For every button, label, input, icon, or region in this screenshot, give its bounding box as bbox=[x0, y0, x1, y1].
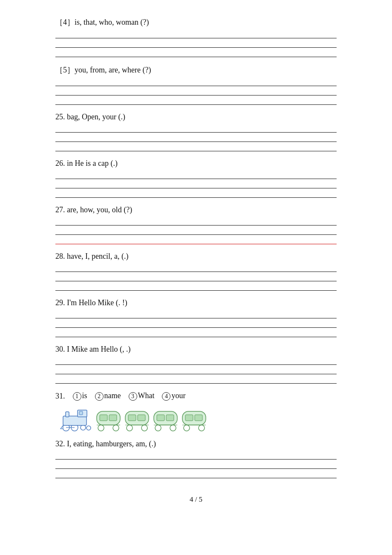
question-5-label: ［5］you, from, are, where (?) bbox=[55, 65, 337, 75]
svg-point-26 bbox=[170, 425, 176, 431]
svg-point-25 bbox=[155, 425, 161, 431]
answer-line bbox=[55, 281, 337, 291]
answer-line bbox=[55, 86, 337, 95]
answer-line bbox=[55, 263, 337, 272]
question-4-label: ［4］is, that, who, woman (?) bbox=[55, 17, 337, 27]
question-29-lines bbox=[55, 309, 337, 337]
train-car-3-icon bbox=[152, 406, 179, 432]
question-25-lines bbox=[55, 123, 337, 151]
q31-item-4: 4your bbox=[162, 391, 185, 401]
question-31-label: 31. bbox=[55, 392, 65, 401]
train-illustration bbox=[60, 404, 337, 432]
question-5-lines bbox=[55, 77, 337, 105]
answer-line-red bbox=[55, 235, 337, 244]
answer-line bbox=[55, 216, 337, 225]
question-32-label: 32. I, eating, hamburgers, am, (.) bbox=[55, 439, 337, 448]
answer-line bbox=[55, 365, 337, 374]
question-4: ［4］is, that, who, woman (?) bbox=[55, 17, 337, 57]
circle-2: 2 bbox=[95, 392, 104, 401]
question-32: 32. I, eating, hamburgers, am, (.) bbox=[55, 439, 337, 478]
svg-rect-12 bbox=[109, 415, 117, 421]
answer-line bbox=[55, 356, 337, 365]
svg-point-20 bbox=[141, 425, 147, 431]
question-30-lines bbox=[55, 356, 337, 384]
answer-line bbox=[55, 460, 337, 469]
question-30-label: 30. I Mike am Hello (, .) bbox=[55, 345, 337, 354]
question-32-lines bbox=[55, 450, 337, 478]
svg-rect-18 bbox=[138, 415, 145, 421]
q31-item-1: 1is bbox=[73, 391, 87, 401]
answer-line bbox=[55, 318, 337, 328]
circle-3: 3 bbox=[129, 392, 137, 401]
answer-line bbox=[55, 374, 337, 384]
question-27: 27. are, how, you, old (?) bbox=[55, 205, 337, 244]
svg-rect-3 bbox=[63, 416, 86, 425]
svg-point-19 bbox=[127, 425, 133, 431]
answer-line bbox=[55, 188, 337, 198]
answer-line bbox=[55, 170, 337, 179]
svg-rect-11 bbox=[100, 415, 107, 421]
question-5: ［5］you, from, are, where (?) bbox=[55, 65, 337, 105]
answer-line bbox=[55, 38, 337, 48]
answer-line bbox=[55, 123, 337, 133]
svg-rect-17 bbox=[128, 415, 136, 421]
page-number: 4 / 5 bbox=[55, 495, 337, 504]
svg-point-13 bbox=[98, 425, 104, 431]
question-26: 26. in He is a cap (.) bbox=[55, 159, 337, 198]
svg-point-9 bbox=[86, 426, 91, 430]
answer-line bbox=[55, 77, 337, 86]
svg-point-32 bbox=[199, 425, 205, 431]
train-car-2-icon bbox=[123, 406, 151, 432]
question-31-row: 31. 1is 2name 3What 4your bbox=[55, 391, 337, 401]
train-car-1-icon bbox=[95, 406, 122, 432]
answer-line bbox=[55, 328, 337, 337]
question-28-label: 28. have, I, pencil, a, (.) bbox=[55, 252, 337, 261]
question-25-label: 25. bag, Open, your (.) bbox=[55, 113, 337, 121]
question-29: 29. I'm Hello Mike (. !) bbox=[55, 298, 337, 337]
answer-line bbox=[55, 225, 337, 235]
answer-line bbox=[55, 29, 337, 38]
question-25: 25. bag, Open, your (.) bbox=[55, 113, 337, 151]
question-30: 30. I Mike am Hello (, .) bbox=[55, 345, 337, 384]
circle-1: 1 bbox=[73, 392, 81, 401]
answer-line bbox=[55, 142, 337, 151]
q31-item-3: 3What bbox=[129, 391, 155, 401]
question-27-label: 27. are, how, you, old (?) bbox=[55, 205, 337, 214]
question-26-label: 26. in He is a cap (.) bbox=[55, 159, 337, 168]
svg-point-2 bbox=[81, 425, 86, 430]
train-engine-icon bbox=[60, 404, 94, 432]
svg-rect-24 bbox=[166, 415, 174, 421]
svg-point-14 bbox=[113, 425, 119, 431]
svg-rect-6 bbox=[66, 412, 69, 417]
answer-line bbox=[55, 179, 337, 188]
answer-line bbox=[55, 133, 337, 142]
svg-marker-7 bbox=[61, 425, 63, 429]
answer-line bbox=[55, 309, 337, 318]
question-29-label: 29. I'm Hello Mike (. !) bbox=[55, 298, 337, 307]
question-28-lines bbox=[55, 263, 337, 291]
question-4-lines bbox=[55, 29, 337, 57]
question-31: 31. 1is 2name 3What 4your bbox=[55, 391, 337, 432]
question-27-lines bbox=[55, 216, 337, 244]
answer-line bbox=[55, 272, 337, 281]
svg-rect-23 bbox=[157, 415, 164, 421]
circle-4: 4 bbox=[162, 392, 170, 401]
answer-line bbox=[55, 48, 337, 57]
answer-line bbox=[55, 469, 337, 478]
train-car-4-icon bbox=[180, 406, 208, 432]
svg-rect-30 bbox=[195, 415, 202, 421]
svg-point-31 bbox=[184, 425, 190, 431]
q31-item-2: 2name bbox=[95, 391, 121, 401]
answer-line bbox=[55, 450, 337, 460]
svg-rect-5 bbox=[79, 411, 83, 415]
question-28: 28. have, I, pencil, a, (.) bbox=[55, 252, 337, 291]
answer-line bbox=[55, 95, 337, 105]
svg-rect-29 bbox=[185, 415, 193, 421]
question-26-lines bbox=[55, 170, 337, 198]
